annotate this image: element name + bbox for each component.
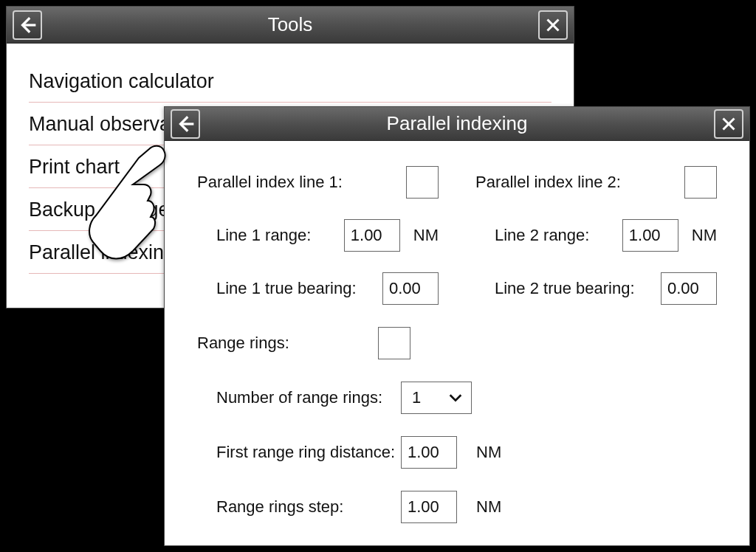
pi-line1-checkbox[interactable] [406,166,439,199]
arrow-left-icon [176,114,195,134]
tools-title: Tools [42,13,538,36]
pi-title: Parallel indexing [200,112,714,135]
unit-label: NM [476,497,501,517]
close-icon [720,115,738,133]
pi-line1-label: Parallel index line 1: [197,173,343,192]
pi-line2-label: Parallel index line 2: [475,173,621,192]
range-rings-checkbox[interactable] [378,327,410,359]
range-rings-count-value: 1 [412,388,421,407]
range-rings-step-label: Range rings step: [216,497,386,517]
range-rings-count-label: Number of range rings: [216,388,386,407]
range-rings-step-input[interactable] [401,491,457,523]
range-rings-count-select[interactable]: 1 [401,382,472,414]
unit-label: NM [413,226,439,245]
pi-line1-range-label: Line 1 range: [216,226,311,245]
pi-body: Parallel index line 1: Line 1 range: NM … [165,141,749,545]
tools-item-navigation-calculator[interactable]: Navigation calculator [29,60,551,103]
first-ring-distance-input[interactable] [401,436,457,469]
pi-line1-bearing-input[interactable] [382,272,439,305]
pi-line1-range-input[interactable] [344,219,400,252]
unit-label: NM [476,443,501,462]
range-rings-label: Range rings: [197,334,289,353]
pi-line2-bearing-label: Line 2 true bearing: [495,279,635,298]
unit-label: NM [692,226,717,245]
pi-line1-bearing-label: Line 1 true bearing: [216,279,357,298]
close-icon [544,16,562,34]
pi-lines-section: Parallel index line 1: Line 1 range: NM … [197,166,717,305]
tools-titlebar: Tools [7,7,574,44]
pi-line2-range-input[interactable] [622,219,678,252]
close-button[interactable] [714,109,743,139]
pi-titlebar: Parallel indexing [165,107,749,141]
back-button[interactable] [171,109,200,139]
pi-line2-checkbox[interactable] [684,166,717,199]
first-ring-distance-label: First range ring distance: [216,443,386,462]
close-button[interactable] [538,10,568,40]
pi-line2-bearing-input[interactable] [661,272,717,305]
chevron-down-icon [447,390,464,406]
pi-line2-range-label: Line 2 range: [495,226,589,245]
parallel-indexing-panel: Parallel indexing Parallel index line 1:… [164,106,750,546]
arrow-left-icon [18,15,37,35]
back-button[interactable] [13,10,42,40]
